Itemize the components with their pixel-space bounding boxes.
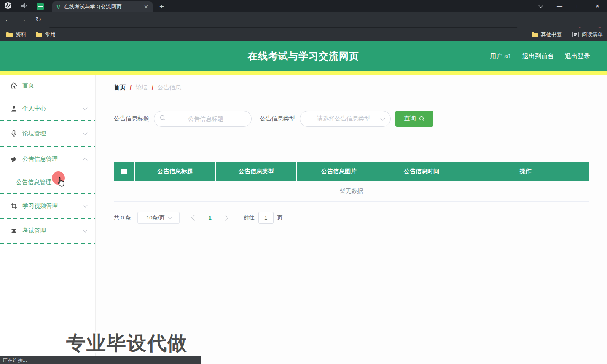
- home-icon: [10, 82, 18, 89]
- title-field-label: 公告信息标题: [114, 115, 149, 123]
- column-header: 操作: [462, 162, 589, 181]
- sidebar-subitem-announcement-mgmt[interactable]: 公告信息管理: [0, 171, 95, 193]
- app-header: 在线考试与学习交流网页 用户 a1 退出到前台 退出登录: [0, 41, 607, 71]
- main-content: 首页 / 论坛 / 公告信息 公告信息标题 公告信息类型 请选择公告信息类型 查…: [96, 75, 607, 364]
- chevron-down-icon: [83, 105, 87, 110]
- sidebar-item-exam-mgmt[interactable]: 考试管理: [0, 219, 95, 243]
- bookmark-folder-changyong[interactable]: 常用: [35, 31, 56, 38]
- search-form: 公告信息标题 公告信息类型 请选择公告信息类型 查询: [114, 111, 433, 127]
- announcement-table: 公告信息标题 公告信息类型 公告信息图片 公告信息时间 操作 暂无数据: [114, 162, 589, 202]
- search-icon: [419, 116, 425, 122]
- vue-favicon: V: [56, 3, 60, 10]
- empty-state-text: 暂无数据: [114, 181, 589, 202]
- sidebar-item-forum-mgmt[interactable]: 论坛管理: [0, 121, 95, 146]
- breadcrumb: 首页 / 论坛 / 公告信息: [114, 84, 181, 91]
- megaphone-icon: [10, 155, 18, 163]
- column-header: 公告信息类型: [216, 162, 297, 181]
- header-logout[interactable]: 退出登录: [565, 52, 590, 60]
- header-user[interactable]: 用户 a1: [490, 52, 511, 60]
- other-bookmarks-folder[interactable]: 其他书签: [531, 31, 562, 38]
- tab-close-icon[interactable]: ✕: [144, 4, 148, 10]
- type-field-label: 公告信息类型: [260, 115, 295, 123]
- minimize-button[interactable]: —: [550, 0, 569, 12]
- sheets-icon[interactable]: [37, 3, 44, 10]
- sidebar-item-announcement-mgmt[interactable]: 公告信息管理: [0, 147, 95, 171]
- bookmark-folder-ziliao[interactable]: 资料: [6, 31, 26, 38]
- goto-page-input[interactable]: [258, 212, 274, 224]
- reading-list-icon: [572, 32, 579, 37]
- header-exit-to-front[interactable]: 退出到前台: [522, 52, 554, 60]
- chevron-down-icon: [380, 116, 385, 120]
- column-header: 公告信息标题: [135, 162, 216, 181]
- current-page[interactable]: 1: [208, 215, 211, 221]
- select-all-cell: [114, 162, 135, 181]
- crop-icon: [10, 202, 18, 210]
- breadcrumb-forum[interactable]: 论坛: [136, 84, 148, 91]
- total-count: 共 0 条: [114, 214, 131, 222]
- exam-icon: [10, 227, 18, 235]
- query-button[interactable]: 查询: [395, 111, 433, 127]
- watermark-text: 专业毕设代做: [66, 330, 188, 356]
- forward-icon[interactable]: →: [19, 16, 28, 24]
- speaker-icon[interactable]: [21, 2, 28, 11]
- bookmarks-bar: 资料 常用 其他书签 阅读清单: [0, 28, 607, 41]
- back-icon[interactable]: ←: [3, 16, 13, 24]
- search-icon: [160, 115, 166, 123]
- prev-page-icon[interactable]: [191, 215, 197, 221]
- chevron-down-icon: [83, 203, 87, 207]
- bookmarks-divider: [526, 31, 526, 38]
- sidebar-divider: [0, 243, 95, 244]
- sidebar-item-home[interactable]: 首页: [0, 75, 95, 96]
- cursor-hand-icon: [56, 177, 65, 189]
- divider: [96, 98, 607, 98]
- sidebar-item-video-mgmt[interactable]: 学习视频管理: [0, 194, 95, 218]
- breadcrumb-current: 公告信息: [158, 84, 181, 91]
- breadcrumb-home[interactable]: 首页: [114, 84, 126, 91]
- type-select[interactable]: 请选择公告信息类型: [300, 111, 391, 127]
- browser-tab[interactable]: V 在线考试与学习交流网页 ✕: [52, 1, 153, 12]
- chevron-down-icon: [83, 130, 87, 135]
- column-header: 公告信息图片: [297, 162, 381, 181]
- goto-label: 前往: [244, 214, 255, 222]
- titlebar-divider: [32, 3, 32, 10]
- close-button[interactable]: ✕: [588, 0, 607, 12]
- tab-search-icon[interactable]: [531, 0, 550, 12]
- table-header-row: 公告信息标题 公告信息类型 公告信息图片 公告信息时间 操作: [114, 162, 589, 181]
- titlebar-divider: [16, 3, 16, 10]
- reload-icon[interactable]: ↻: [34, 15, 43, 24]
- next-page-icon[interactable]: [223, 215, 228, 221]
- maximize-button[interactable]: □: [569, 0, 588, 12]
- reading-list-button[interactable]: 阅读清单: [572, 31, 603, 38]
- browser-titlebar: V 在线考试与学习交流网页 ✕ + — □ ✕: [0, 0, 607, 12]
- user-icon: [10, 105, 18, 112]
- pagination: 共 0 条 10条/页 1 前往 页: [114, 212, 283, 224]
- globe-icon[interactable]: [4, 2, 12, 11]
- chevron-down-icon: [168, 216, 172, 219]
- sidebar: 首页 个人中心 论坛管理 公告信息管理 公告信息管理 学习视频管理: [0, 75, 96, 364]
- chevron-up-icon: [83, 158, 87, 162]
- page-suffix: 页: [277, 214, 283, 222]
- browser-toolbar: ← → ↻ localhost:8081/#/news ☆ 无痕模式 更新 ⋮: [0, 12, 607, 28]
- bookmarks-divider: [567, 31, 567, 38]
- tab-title: 在线考试与学习交流网页: [64, 3, 144, 11]
- new-tab-button[interactable]: +: [159, 1, 164, 12]
- select-all-checkbox[interactable]: [121, 169, 127, 174]
- title-search-input[interactable]: [166, 115, 246, 122]
- page-size-select[interactable]: 10条/页: [137, 212, 180, 224]
- sidebar-item-personal-center[interactable]: 个人中心: [0, 96, 95, 120]
- title-input-wrapper: [154, 111, 252, 127]
- microphone-icon: [10, 130, 18, 137]
- chevron-down-icon: [83, 228, 87, 232]
- header-accent-stripe: [0, 71, 607, 75]
- column-header: 公告信息时间: [381, 162, 462, 181]
- browser-status-bar: 正在连接...: [0, 356, 201, 364]
